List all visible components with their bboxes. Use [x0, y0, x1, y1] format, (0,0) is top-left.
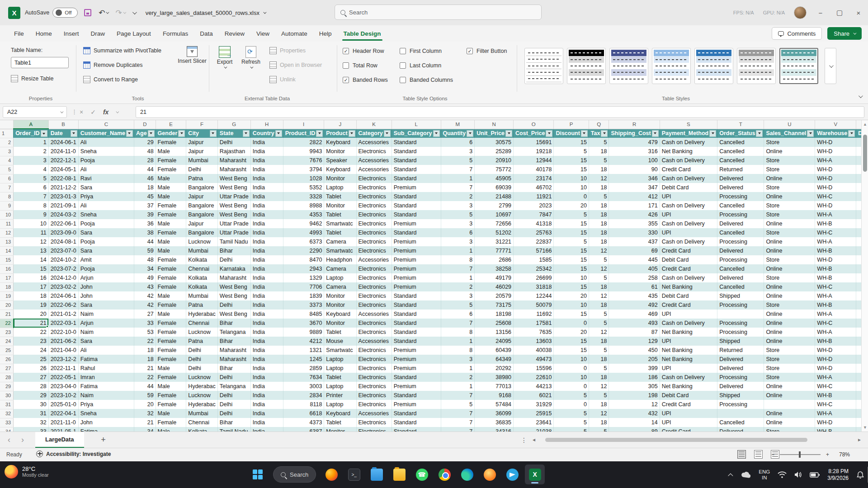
battery-icon[interactable]: [810, 472, 820, 478]
cell[interactable]: Premium: [392, 219, 441, 228]
refresh-dropdown-icon[interactable]: [250, 66, 253, 69]
autosave-switch[interactable]: Off: [52, 8, 78, 18]
cell[interactable]: 26: [14, 364, 49, 373]
cell[interactable]: John: [78, 282, 134, 291]
summarize-pivottable-button[interactable]: Summarize with PivotTable: [83, 47, 161, 54]
table-style-navy[interactable]: [609, 48, 648, 84]
add-sheet-button[interactable]: +: [97, 433, 110, 447]
cell[interactable]: 2022-04-1: [48, 409, 78, 418]
cell[interactable]: Store: [764, 346, 815, 355]
cell[interactable]: India: [250, 210, 283, 219]
cell[interactable]: Store: [764, 210, 815, 219]
cell[interactable]: 6387: [283, 427, 324, 432]
cell[interactable]: Female: [156, 210, 186, 219]
cell[interactable]: 72656: [475, 219, 514, 228]
cell[interactable]: 57484: [475, 400, 514, 409]
cell[interactable]: India: [250, 400, 283, 409]
cell[interactable]: Standard: [392, 291, 441, 300]
row-number[interactable]: 26: [0, 355, 14, 364]
checkbox-icon[interactable]: ✓: [467, 48, 473, 54]
cell[interactable]: Credit Card: [660, 246, 717, 255]
cell[interactable]: Premium: [392, 355, 441, 364]
cell[interactable]: WH-C: [815, 400, 856, 409]
cell[interactable]: 32: [134, 409, 156, 418]
cell[interactable]: Mumbai: [186, 291, 217, 300]
cell[interactable]: WH-C: [815, 319, 856, 328]
cell[interactable]: Tablet: [324, 210, 356, 219]
row-number[interactable]: 23: [0, 328, 14, 337]
cell[interactable]: Electronics: [356, 346, 392, 355]
cell[interactable]: 75772: [475, 165, 514, 174]
cell[interactable]: Bihar: [217, 319, 250, 328]
prev-sheet-button[interactable]: ‹: [0, 435, 18, 445]
cell[interactable]: 6: [856, 391, 861, 400]
cell[interactable]: 3: [856, 427, 861, 432]
row-number[interactable]: 6: [0, 174, 14, 183]
cell[interactable]: Sneha: [78, 147, 134, 156]
cell[interactable]: 0: [554, 192, 589, 201]
volume-icon[interactable]: [794, 471, 802, 478]
cell[interactable]: 20: [554, 291, 589, 300]
cell[interactable]: WH-D: [815, 364, 856, 373]
cell[interactable]: 7706: [283, 282, 324, 291]
cell[interactable]: 3373: [283, 300, 324, 310]
style-option-banded-columns[interactable]: Banded Columns: [400, 77, 453, 83]
cell[interactable]: 73175: [475, 300, 514, 310]
cell[interactable]: 4353: [283, 210, 324, 219]
column-letter-D[interactable]: D: [134, 120, 156, 129]
cell[interactable]: 12: [609, 400, 660, 409]
row-number[interactable]: 30: [0, 391, 14, 400]
cell[interactable]: Electronics: [356, 183, 392, 192]
cell[interactable]: 1: [856, 364, 861, 373]
cell[interactable]: 1321: [283, 346, 324, 355]
cell[interactable]: India: [250, 364, 283, 373]
cell[interactable]: Store: [764, 300, 815, 310]
cell[interactable]: 2023-04-0: [48, 382, 78, 391]
cell[interactable]: UPI: [660, 337, 717, 346]
cell[interactable]: Electronics: [356, 427, 392, 432]
cell[interactable]: 6021: [514, 391, 554, 400]
cell[interactable]: West Beng: [217, 174, 250, 183]
checkbox-icon[interactable]: [343, 62, 349, 69]
column-letter-P[interactable]: P: [554, 120, 589, 129]
cell[interactable]: 25: [14, 355, 49, 364]
cell[interactable]: 11921: [514, 192, 554, 201]
row-number[interactable]: 22: [0, 319, 14, 328]
cell[interactable]: Maharasht: [217, 156, 250, 165]
cell[interactable]: Electronics: [356, 210, 392, 219]
cell[interactable]: WH-D: [815, 418, 856, 427]
cell[interactable]: 330: [609, 228, 660, 237]
cell[interactable]: 9: [856, 282, 861, 291]
cell[interactable]: Sara: [78, 183, 134, 192]
filter-button-icon[interactable]: [546, 130, 552, 137]
column-letter-H[interactable]: H: [250, 120, 283, 129]
cell[interactable]: Cancelled: [717, 147, 764, 156]
cell[interactable]: Electronics: [356, 201, 392, 210]
cell[interactable]: 59: [134, 246, 156, 255]
user-avatar[interactable]: [794, 6, 807, 19]
cell[interactable]: 77771: [475, 246, 514, 255]
tab-home[interactable]: Home: [30, 27, 58, 41]
cell[interactable]: 36: [134, 219, 156, 228]
confirm-entry-button[interactable]: ✓: [90, 108, 96, 116]
cell[interactable]: 1245: [283, 355, 324, 364]
cell[interactable]: Cancelled: [717, 156, 764, 165]
cell[interactable]: 29: [14, 391, 49, 400]
cell[interactable]: Hyderabac: [186, 400, 217, 409]
cell[interactable]: Monitor: [324, 427, 356, 432]
cell[interactable]: 46702: [514, 183, 554, 192]
cell[interactable]: [717, 409, 764, 418]
scroll-right-icon[interactable]: ▸: [858, 436, 861, 443]
cell[interactable]: 40178: [514, 165, 554, 174]
filter-button-icon[interactable]: [148, 130, 155, 137]
cell[interactable]: 355: [609, 219, 660, 228]
cell[interactable]: 5: [589, 273, 609, 282]
cell[interactable]: West Beng: [217, 201, 250, 210]
cell[interactable]: 57166: [514, 246, 554, 255]
cell[interactable]: Tablet: [324, 192, 356, 201]
cell[interactable]: 25289: [475, 147, 514, 156]
cell[interactable]: 2024-05-1: [48, 165, 78, 174]
cell[interactable]: 9: [856, 174, 861, 183]
cell[interactable]: 18: [589, 282, 609, 291]
cell[interactable]: 445: [609, 255, 660, 264]
